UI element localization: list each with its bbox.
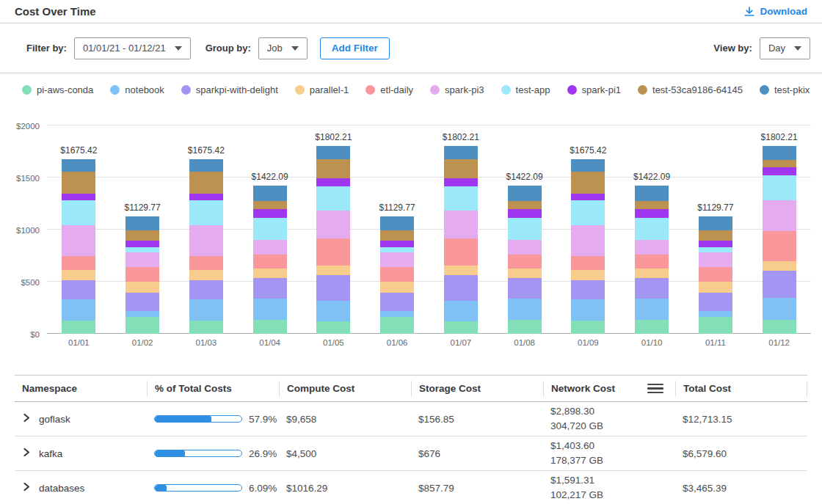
bar-segment-test-app[interactable] [571,200,605,225]
bar-segment-test-app[interactable] [444,186,478,211]
bar-segment-test-53ca9186-64145[interactable] [189,172,223,194]
bar-segment-sparkpi-with-delight[interactable] [699,293,732,311]
legend-item[interactable]: spark-pi3 [430,84,484,95]
bar-segment-pi-aws-conda[interactable] [253,320,287,334]
bar-segment-test-pkix[interactable] [571,159,605,172]
bar-segment-test-pkix[interactable] [189,159,223,172]
stacked-bar[interactable] [380,216,414,334]
bar-segment-test-pkix[interactable] [699,216,732,230]
bar-segment-sparkpi-with-delight[interactable] [316,275,350,301]
bar-segment-spark-pi3[interactable] [763,200,796,231]
bar-segment-etl-daily[interactable] [253,255,287,269]
bar-segment-test-53ca9186-64145[interactable] [316,159,350,178]
bar-segment-sparkpi-with-delight[interactable] [380,293,414,311]
bar-segment-spark-pi3[interactable] [444,211,478,238]
bar-segment-spark-pi3[interactable] [126,252,159,268]
stacked-bar[interactable] [444,146,478,334]
stacked-bar[interactable] [253,186,287,334]
bar-segment-spark-pi1[interactable] [62,194,95,201]
bar-segment-spark-pi3[interactable] [62,225,95,256]
bar-segment-parallel-1[interactable] [253,269,287,279]
bar-segment-sparkpi-with-delight[interactable] [571,280,605,300]
bar-segment-test-pkix[interactable] [62,159,95,172]
bar-segment-spark-pi1[interactable] [189,194,223,201]
bar-segment-parallel-1[interactable] [571,270,605,280]
bar-segment-spark-pi3[interactable] [316,211,350,238]
legend-item[interactable]: test-53ca9186-64145 [638,84,743,95]
bar-segment-test-pkix[interactable] [253,186,287,200]
bar-segment-test-app[interactable] [253,218,287,240]
bar-segment-test-app[interactable] [508,218,542,240]
bar-segment-spark-pi1[interactable] [316,178,350,186]
bar-segment-notebook[interactable] [189,299,223,321]
bar-segment-spark-pi3[interactable] [635,240,669,255]
stacked-bar[interactable] [635,186,669,334]
bar-segment-test-53ca9186-64145[interactable] [635,201,669,210]
bar-segment-pi-aws-conda[interactable] [571,321,605,334]
table-row[interactable]: databases6.09%$1016.29$857.79$1,591.3110… [15,471,807,504]
stacked-bar[interactable] [316,146,350,334]
bar-segment-pi-aws-conda[interactable] [380,317,414,334]
bar-segment-etl-daily[interactable] [571,256,605,270]
bar-segment-spark-pi1[interactable] [253,209,287,217]
bar-segment-etl-daily[interactable] [189,256,223,270]
legend-item[interactable]: sparkpi-with-delight [181,84,278,95]
bar-segment-parallel-1[interactable] [380,282,414,293]
bar-segment-notebook[interactable] [699,311,732,316]
add-filter-button[interactable]: Add Filter [320,37,390,59]
bar-segment-notebook[interactable] [571,299,605,321]
bar-segment-parallel-1[interactable] [316,266,350,275]
bar-segment-spark-pi3[interactable] [380,252,414,268]
legend-item[interactable]: spark-pi1 [567,84,621,95]
bar-segment-test-pkix[interactable] [444,146,478,159]
stacked-bar[interactable] [62,159,95,334]
bar-segment-sparkpi-with-delight[interactable] [62,280,95,300]
bar-segment-test-pkix[interactable] [763,146,796,160]
bar-segment-test-app[interactable] [763,175,796,200]
bar-segment-test-53ca9186-64145[interactable] [126,230,159,241]
bar-segment-sparkpi-with-delight[interactable] [444,275,478,301]
bar-segment-test-app[interactable] [635,218,669,240]
legend-item[interactable]: pi-aws-conda [22,84,93,95]
bar-segment-etl-daily[interactable] [316,238,350,266]
bar-segment-parallel-1[interactable] [635,269,669,279]
bar-segment-sparkpi-with-delight[interactable] [253,278,287,299]
bar-segment-test-app[interactable] [189,200,223,225]
namespace-cell[interactable]: databases [15,482,147,494]
stacked-bar[interactable] [699,216,732,334]
group-by-select[interactable]: Job [258,37,308,59]
bar-segment-test-pkix[interactable] [126,216,159,230]
bar-segment-notebook[interactable] [126,311,159,316]
chevron-right-icon[interactable] [22,482,31,494]
stacked-bar[interactable] [189,159,223,334]
bar-segment-parallel-1[interactable] [126,282,159,293]
bar-segment-test-app[interactable] [62,200,95,225]
bar-segment-spark-pi1[interactable] [126,241,159,247]
legend-item[interactable]: test-pkix [760,84,810,95]
bar-segment-test-53ca9186-64145[interactable] [571,172,605,194]
bar-segment-parallel-1[interactable] [508,269,542,279]
bar-segment-parallel-1[interactable] [699,282,732,293]
bar-segment-etl-daily[interactable] [508,255,542,269]
bar-segment-etl-daily[interactable] [62,256,95,270]
bar-segment-pi-aws-conda[interactable] [508,320,542,334]
bar-segment-sparkpi-with-delight[interactable] [763,271,796,298]
bar-segment-notebook[interactable] [444,301,478,321]
stacked-bar[interactable] [571,159,605,334]
legend-item[interactable]: etl-daily [365,84,413,95]
bar-segment-etl-daily[interactable] [763,231,796,261]
bar-segment-test-53ca9186-64145[interactable] [444,159,478,178]
bar-segment-test-app[interactable] [316,186,350,211]
bar-segment-notebook[interactable] [253,299,287,321]
bar-segment-pi-aws-conda[interactable] [316,321,350,334]
legend-item[interactable]: parallel-1 [295,84,349,95]
bar-segment-spark-pi3[interactable] [571,225,605,256]
bar-segment-parallel-1[interactable] [189,270,223,280]
bar-segment-pi-aws-conda[interactable] [62,321,95,334]
bar-segment-pi-aws-conda[interactable] [699,317,732,334]
bar-segment-test-53ca9186-64145[interactable] [508,201,542,210]
bar-segment-etl-daily[interactable] [126,267,159,282]
bar-segment-etl-daily[interactable] [444,238,478,266]
bar-segment-test-53ca9186-64145[interactable] [699,230,732,241]
bar-segment-spark-pi3[interactable] [508,240,542,255]
